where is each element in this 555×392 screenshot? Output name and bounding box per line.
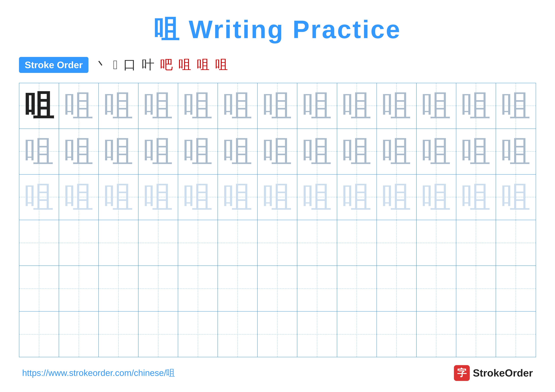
grid-cell-empty[interactable] bbox=[258, 220, 297, 265]
grid-cell: 咀 bbox=[99, 129, 139, 174]
character-guide: 咀 bbox=[302, 91, 332, 121]
grid-cell: 咀 bbox=[416, 129, 456, 174]
grid-cell: 咀 bbox=[99, 175, 139, 220]
grid-cell: 咀 bbox=[99, 83, 139, 128]
grid-cell: 咀 bbox=[337, 175, 377, 220]
character-guide: 咀 bbox=[223, 91, 252, 121]
logo-text: StrokeOrder bbox=[473, 367, 533, 379]
grid-cell-empty[interactable] bbox=[377, 266, 416, 311]
grid-cell-empty[interactable] bbox=[178, 312, 218, 357]
grid-cell: 咀 bbox=[496, 83, 536, 128]
character-guide: 咀 bbox=[144, 91, 173, 121]
character-faint: 咀 bbox=[223, 183, 252, 212]
character-faint: 咀 bbox=[382, 183, 411, 212]
grid-cell-empty[interactable] bbox=[19, 220, 59, 265]
grid-cell-empty[interactable] bbox=[99, 312, 139, 357]
grid-cell-empty[interactable] bbox=[377, 220, 416, 265]
character-guide: 咀 bbox=[223, 137, 252, 166]
grid-cell-empty[interactable] bbox=[178, 220, 218, 265]
grid-cell-empty[interactable] bbox=[139, 220, 178, 265]
grid-cell: 咀 bbox=[377, 83, 416, 128]
grid-cell-empty[interactable] bbox=[139, 266, 178, 311]
grid-cell-empty[interactable] bbox=[496, 266, 536, 311]
grid-cell: 咀 bbox=[178, 175, 218, 220]
character-guide: 咀 bbox=[342, 91, 372, 121]
grid-cell-empty[interactable] bbox=[258, 312, 297, 357]
grid-cell-empty[interactable] bbox=[377, 312, 416, 357]
grid-cell-empty[interactable] bbox=[456, 312, 496, 357]
grid-cell-empty[interactable] bbox=[297, 266, 337, 311]
character-faint: 咀 bbox=[422, 183, 451, 212]
character-guide: 咀 bbox=[382, 91, 411, 121]
grid-cell-empty[interactable] bbox=[416, 312, 456, 357]
grid-cell-empty[interactable] bbox=[496, 220, 536, 265]
grid-cell: 咀 bbox=[337, 129, 377, 174]
character-faint: 咀 bbox=[144, 183, 173, 212]
grid-cell: 咀 bbox=[496, 175, 536, 220]
character-guide: 咀 bbox=[104, 91, 133, 121]
grid-cell-empty[interactable] bbox=[19, 266, 59, 311]
stroke-order-badge: Stroke Order bbox=[19, 57, 88, 73]
grid-cell: 咀 bbox=[139, 129, 178, 174]
grid-cell-empty[interactable] bbox=[178, 266, 218, 311]
character-guide: 咀 bbox=[302, 137, 332, 166]
grid-cell-empty[interactable] bbox=[59, 266, 99, 311]
grid-row-3: 咀 咀 咀 咀 咀 咀 咀 咀 咀 咀 咀 咀 咀 bbox=[19, 175, 536, 220]
stroke-step-1: 丶 bbox=[95, 56, 107, 73]
footer: https://www.strokeorder.com/chinese/咀 字 … bbox=[19, 365, 536, 381]
grid-cell: 咀 bbox=[456, 129, 496, 174]
grid-cell-empty[interactable] bbox=[59, 312, 99, 357]
grid-cell: 咀 bbox=[258, 83, 297, 128]
grid-cell-empty[interactable] bbox=[456, 220, 496, 265]
character-faint: 咀 bbox=[24, 183, 54, 212]
grid-cell-empty[interactable] bbox=[218, 266, 258, 311]
stroke-step-4: 叶 bbox=[142, 56, 154, 73]
practice-grid: 咀 咀 咀 咀 咀 咀 咀 咀 咀 咀 咀 咀 咀 咀 咀 咀 咀 咀 咀 咀 … bbox=[19, 83, 536, 357]
grid-row-6 bbox=[19, 312, 536, 357]
grid-cell-empty[interactable] bbox=[99, 266, 139, 311]
character-solid: 咀 bbox=[24, 91, 54, 121]
character-faint: 咀 bbox=[64, 183, 94, 212]
grid-cell-empty[interactable] bbox=[297, 312, 337, 357]
character-guide: 咀 bbox=[501, 137, 531, 166]
grid-row-4 bbox=[19, 220, 536, 266]
grid-cell-empty[interactable] bbox=[218, 312, 258, 357]
stroke-order-section: Stroke Order 丶 𠃌 口 叶 吧 咀 咀 咀 bbox=[19, 56, 536, 73]
grid-cell: 咀 bbox=[377, 175, 416, 220]
grid-cell: 咀 bbox=[178, 129, 218, 174]
grid-cell: 咀 bbox=[416, 83, 456, 128]
stroke-step-6: 咀 bbox=[178, 56, 191, 73]
stroke-step-3: 口 bbox=[124, 56, 136, 73]
character-guide: 咀 bbox=[422, 91, 451, 121]
grid-cell-empty[interactable] bbox=[456, 266, 496, 311]
grid-cell-empty[interactable] bbox=[337, 220, 377, 265]
grid-cell: 咀 bbox=[456, 83, 496, 128]
footer-logo: 字 StrokeOrder bbox=[454, 365, 533, 381]
footer-url-link[interactable]: https://www.strokeorder.com/chinese/咀 bbox=[22, 367, 175, 379]
character-faint: 咀 bbox=[104, 183, 133, 212]
character-guide: 咀 bbox=[263, 137, 292, 166]
grid-cell-empty[interactable] bbox=[416, 220, 456, 265]
character-guide: 咀 bbox=[382, 137, 411, 166]
character-guide: 咀 bbox=[104, 137, 133, 166]
grid-cell: 咀 bbox=[377, 129, 416, 174]
stroke-step-8: 咀 bbox=[215, 56, 228, 73]
grid-cell-empty[interactable] bbox=[337, 266, 377, 311]
grid-cell-empty[interactable] bbox=[337, 312, 377, 357]
grid-cell-empty[interactable] bbox=[416, 266, 456, 311]
grid-cell-empty[interactable] bbox=[297, 220, 337, 265]
stroke-step-5: 吧 bbox=[160, 56, 173, 73]
grid-cell-empty[interactable] bbox=[218, 220, 258, 265]
grid-cell-empty[interactable] bbox=[139, 312, 178, 357]
grid-cell: 咀 bbox=[218, 129, 258, 174]
grid-cell: 咀 bbox=[139, 83, 178, 128]
grid-cell-empty[interactable] bbox=[496, 312, 536, 357]
grid-cell-empty[interactable] bbox=[19, 312, 59, 357]
character-faint: 咀 bbox=[302, 183, 332, 212]
grid-cell-empty[interactable] bbox=[59, 220, 99, 265]
character-faint: 咀 bbox=[501, 183, 531, 212]
grid-row-2: 咀 咀 咀 咀 咀 咀 咀 咀 咀 咀 咀 咀 咀 bbox=[19, 129, 536, 175]
grid-cell-empty[interactable] bbox=[258, 266, 297, 311]
grid-cell-empty[interactable] bbox=[99, 220, 139, 265]
stroke-sequence: 丶 𠃌 口 叶 吧 咀 咀 咀 bbox=[95, 56, 228, 73]
